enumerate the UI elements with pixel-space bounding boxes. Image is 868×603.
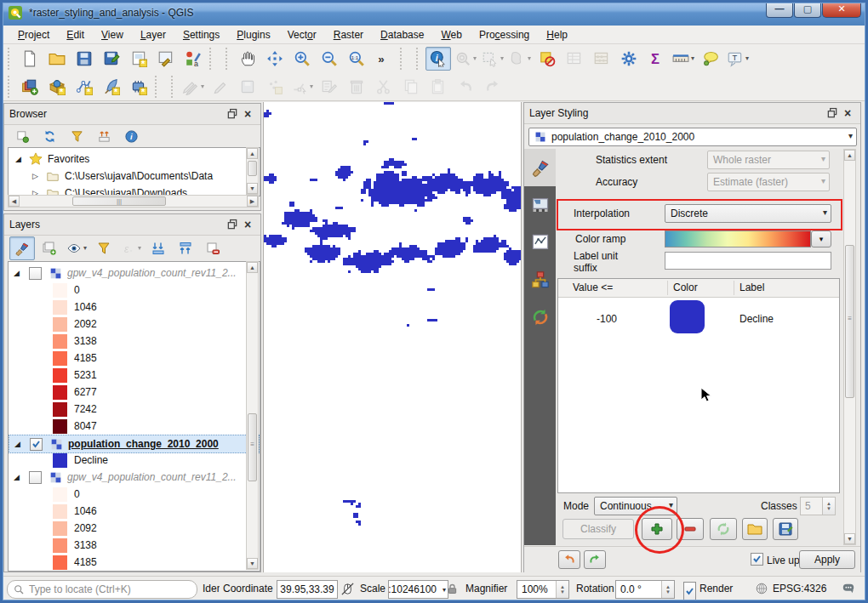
rotation-spinner[interactable]: 0.0 °▲▼ xyxy=(615,580,675,599)
map-canvas[interactable] xyxy=(263,102,522,572)
text-annotation-button[interactable]: T▾ xyxy=(725,47,751,71)
style-undo-button[interactable] xyxy=(558,550,580,569)
browser-item[interactable]: ◢Favorites xyxy=(9,151,260,168)
toolbar-overflow-button[interactable]: » xyxy=(371,47,397,71)
layer-item[interactable]: ◢gpw_v4_population_count_rev11_2... xyxy=(9,265,260,282)
menu-vector[interactable]: Vector xyxy=(280,27,324,43)
collapse-all-button[interactable] xyxy=(91,125,117,149)
live-update-checkbox[interactable] xyxy=(751,553,763,566)
color-ramp-preview[interactable] xyxy=(665,230,811,247)
menu-project[interactable]: Project xyxy=(10,27,57,43)
deselect-all-layers-button[interactable] xyxy=(534,47,560,71)
measure-button[interactable]: ▾ xyxy=(671,47,696,71)
menu-help[interactable]: Help xyxy=(539,27,575,43)
open-project-button[interactable] xyxy=(44,47,70,71)
add-group-button[interactable] xyxy=(37,236,62,260)
map-tips-button[interactable] xyxy=(698,47,723,71)
layers-float-icon[interactable] xyxy=(225,217,240,232)
extents-mouse-icon[interactable] xyxy=(340,580,355,597)
new-virtual-layer-button[interactable]: * xyxy=(126,75,151,99)
browser-close-icon[interactable]: × xyxy=(240,106,255,122)
layer-styling-close-icon[interactable]: × xyxy=(840,105,855,121)
minimize-button[interactable]: — xyxy=(766,0,793,18)
layer-item[interactable]: ◢gpw_v4_population_count_rev11_2... xyxy=(9,469,260,486)
new-print-layout-button[interactable]: * xyxy=(126,47,151,71)
coordinate-input[interactable]: 39.95,33.39 xyxy=(277,580,338,599)
filter-browser-button[interactable] xyxy=(64,125,89,149)
lock-scale-icon[interactable] xyxy=(446,580,459,597)
styling-tab-history[interactable] xyxy=(524,299,556,336)
open-layer-styling-panel-button[interactable] xyxy=(9,236,35,260)
layers-panel-title: Layers xyxy=(9,219,225,230)
refresh-button[interactable] xyxy=(37,125,62,149)
menu-web[interactable]: Web xyxy=(433,27,469,43)
menu-settings[interactable]: Settings xyxy=(175,27,227,43)
style-manager-button[interactable]: a xyxy=(180,47,206,71)
new-shapefile-layer-button[interactable]: * xyxy=(71,75,97,99)
color-ramp-dropdown-button[interactable]: ▾ xyxy=(811,230,831,247)
processing-toolbox-button[interactable] xyxy=(616,47,642,71)
magnifier-spinner[interactable]: 100%▲▼ xyxy=(517,580,569,599)
browser-hscrollbar[interactable]: ◀ ||| ▶ xyxy=(8,195,259,208)
menu-plugins[interactable]: Plugins xyxy=(229,27,277,43)
styling-tab-diagram[interactable] xyxy=(524,261,556,299)
new-project-button[interactable] xyxy=(17,47,43,71)
apply-button[interactable]: Apply xyxy=(799,550,855,569)
menu-database[interactable]: Database xyxy=(373,27,431,43)
zoom-native-button[interactable]: 1:1 xyxy=(344,47,369,71)
crs-globe-icon[interactable] xyxy=(755,580,768,597)
remove-layer-button[interactable] xyxy=(200,236,226,260)
new-spatialite-layer-button[interactable]: * xyxy=(99,75,124,99)
label-unit-suffix-input[interactable] xyxy=(665,252,831,270)
col-value-header[interactable]: Value <= xyxy=(573,282,613,293)
col-label-header[interactable]: Label xyxy=(740,282,764,293)
styling-layer-selector[interactable]: population_change_2010_2000 xyxy=(528,128,857,146)
menu-raster[interactable]: Raster xyxy=(326,27,371,43)
identify-features-button[interactable]: i xyxy=(425,47,451,71)
load-classes-button[interactable] xyxy=(710,518,737,540)
pan-map-button[interactable] xyxy=(235,47,260,71)
styling-vscrollbar[interactable]: ▲ ≡ ▼ xyxy=(843,149,856,545)
layers-close-icon[interactable]: × xyxy=(240,217,255,232)
locator-input[interactable]: Type to locate (Ctrl+K) xyxy=(7,580,197,599)
filter-legend-button[interactable] xyxy=(91,236,117,260)
menu-layer[interactable]: Layer xyxy=(133,27,174,43)
classify-button[interactable]: Classify xyxy=(562,519,634,539)
col-color-header[interactable]: Color xyxy=(673,282,698,293)
styling-tab-histogram[interactable] xyxy=(524,224,556,261)
zoom-out-button[interactable] xyxy=(317,47,342,71)
browser-vscrollbar[interactable]: ▲ ▼ xyxy=(246,147,259,195)
show-layout-manager-button[interactable] xyxy=(153,47,179,71)
scale-combobox[interactable]: 1:10246100 ▾ xyxy=(388,580,448,599)
menu-view[interactable]: View xyxy=(94,27,131,43)
styling-tab-transparency[interactable] xyxy=(524,186,556,224)
new-geopackage-layer-button[interactable]: * xyxy=(44,75,70,99)
expand-all-button[interactable] xyxy=(146,236,171,260)
statistical-summary-button[interactable]: Σ xyxy=(643,47,669,71)
save-project-button[interactable] xyxy=(71,47,97,71)
zoom-in-button[interactable] xyxy=(289,47,315,71)
data-source-manager-button[interactable] xyxy=(17,75,43,99)
messages-icon[interactable] xyxy=(841,580,856,597)
save-project-as-button[interactable] xyxy=(99,47,124,71)
layer-styling-float-icon[interactable] xyxy=(825,105,840,121)
render-checkbox[interactable] xyxy=(683,582,696,600)
menu-edit[interactable]: Edit xyxy=(59,27,92,43)
styling-tab-symbology[interactable] xyxy=(524,149,556,186)
add-selected-layer-button[interactable] xyxy=(9,125,35,149)
manage-map-themes-button[interactable]: ▾ xyxy=(64,236,89,260)
browser-float-icon[interactable] xyxy=(225,106,240,122)
layers-vscrollbar[interactable]: ▲ ≡ ▼ xyxy=(246,261,259,570)
layer-item[interactable]: ◢population_change_2010_2000 xyxy=(9,435,260,453)
pan-to-selection-button[interactable] xyxy=(262,47,288,71)
maximize-button[interactable]: ▢ xyxy=(794,0,821,18)
properties-widget-button[interactable]: i xyxy=(118,125,144,149)
menu-processing[interactable]: Processing xyxy=(471,27,537,43)
close-button[interactable]: ✕ xyxy=(822,0,861,18)
class-color-swatch[interactable] xyxy=(670,300,705,333)
style-redo-button[interactable] xyxy=(584,550,606,569)
load-color-map-button[interactable] xyxy=(742,518,768,540)
save-color-map-button[interactable] xyxy=(773,518,798,540)
collapse-all-button[interactable] xyxy=(173,236,198,260)
browser-item[interactable]: ▷C:\Users\ujaval\Documents\Data xyxy=(9,168,260,185)
